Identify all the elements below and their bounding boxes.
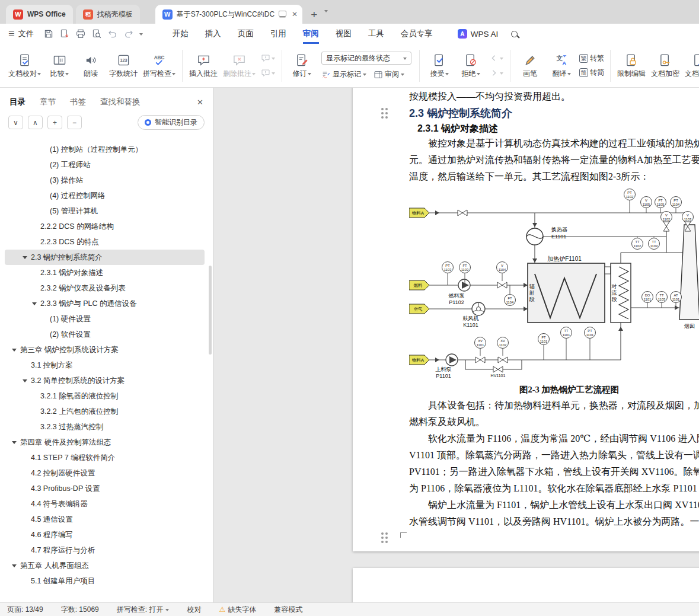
export-pdf-icon[interactable] (59, 28, 70, 39)
translate-button[interactable]: 文A翻译 (547, 51, 576, 80)
toc-item[interactable]: 4.7 程序运行与分析 (5, 542, 205, 558)
menu-审阅[interactable]: 审阅 (295, 24, 327, 44)
sidebar-tab-章节[interactable]: 章节 (40, 97, 56, 107)
toc-item[interactable]: (1) 硬件设置 (5, 311, 205, 327)
toc-item[interactable]: 第四章 硬件及控制算法组态 (5, 435, 205, 450)
next-change-button[interactable] (489, 68, 503, 78)
toc-item[interactable]: 2.2.2 DCS 的网络结构 (5, 219, 205, 234)
show-markup-button[interactable]: 显示标记 (321, 69, 366, 79)
toc-item[interactable]: 4.6 程序编写 (5, 527, 205, 542)
toc-item[interactable]: (4) 过程控制网络 (5, 188, 205, 203)
toc-item[interactable]: 3.2.1 除氧器的液位控制 (5, 388, 205, 404)
to-traditional-button[interactable]: 繁转繁 (579, 53, 604, 63)
toc-item[interactable]: 2.3.3 锅炉与 PLC 的通信设备 (5, 296, 205, 311)
new-tab-button[interactable]: + (311, 9, 317, 20)
doc-proofing-button[interactable]: 文档校对 (7, 51, 43, 80)
compare-button[interactable]: 比较 (44, 51, 74, 80)
expand-caret-icon[interactable] (23, 256, 27, 261)
toc-item[interactable]: 4.1 STEP 7 编程软件简介 (5, 450, 205, 465)
toc-item[interactable]: 4.4 符号表编辑器 (5, 496, 205, 512)
tab-list-dropdown-icon[interactable] (324, 6, 328, 17)
sidebar-tab-目录[interactable]: 目录 (9, 97, 25, 107)
toc-item[interactable]: 2.3.2 锅炉仪表及设备列表 (5, 280, 205, 296)
undo-icon[interactable] (107, 28, 118, 39)
read-aloud-button[interactable]: 朗读 (76, 51, 106, 80)
sidebar-scrollbar[interactable] (209, 266, 212, 355)
collapse-all-button[interactable]: ∨ (8, 116, 23, 129)
document-permission-button[interactable]: 文档权限 (683, 51, 699, 80)
wps-ai-button[interactable]: A WPS AI (458, 29, 499, 39)
expand-caret-icon[interactable] (23, 379, 27, 385)
toc-item[interactable]: 4.5 通信设置 (5, 512, 205, 527)
insert-comment-button[interactable]: 插入批注 (187, 51, 219, 80)
proofing-button[interactable]: 校对 (187, 605, 201, 615)
toc-item[interactable]: 3.1 控制方案 (5, 358, 205, 373)
previous-comment-button[interactable] (261, 53, 275, 63)
file-menu-button[interactable]: ☰ 文件 (8, 28, 34, 39)
toc-item[interactable]: 第三章 锅炉控制系统设计方案 (5, 342, 205, 358)
word-count-button[interactable]: 123字数统计 (107, 51, 139, 80)
review-pane-button[interactable]: 审阅 (374, 69, 404, 79)
toc-item[interactable]: 3.2.2 上汽包的液位控制 (5, 404, 205, 419)
toc-item[interactable]: 4.3 Profibus-DP 设置 (5, 481, 205, 496)
menu-开始[interactable]: 开始 (164, 24, 197, 44)
menu-插入[interactable]: 插入 (197, 24, 229, 44)
track-changes-button[interactable]: 修订 (287, 51, 317, 80)
menu-会员专享[interactable]: 会员专享 (392, 24, 441, 44)
save-icon[interactable] (43, 28, 54, 39)
toc-item[interactable]: 第五章 人机界面组态 (5, 558, 205, 573)
page-indicator[interactable]: 页面: 13/49 (7, 605, 43, 615)
encrypt-document-button[interactable]: 文档加密 (649, 51, 681, 80)
toc-item[interactable]: (5) 管理计算机 (5, 203, 205, 219)
next-comment-button[interactable] (261, 68, 275, 78)
promote-button[interactable]: + (47, 116, 62, 129)
toc-item[interactable]: (3) 操作站 (5, 173, 205, 188)
toc-item[interactable]: 3.2.3 过热蒸汽控制 (5, 419, 205, 435)
print-icon[interactable] (75, 28, 86, 39)
expand-caret-icon[interactable] (12, 564, 17, 570)
ink-pen-button[interactable]: 画笔 (515, 51, 545, 80)
delete-comment-button[interactable]: 删除批注 (221, 51, 257, 80)
spell-check-button[interactable]: ABC拼写检查 (141, 51, 177, 80)
paragraph-drag-handle[interactable] (381, 108, 384, 110)
toc-item[interactable]: 2.3.1 锅炉对象描述 (5, 265, 205, 280)
spellcheck-status[interactable]: 拼写检查: 打开 (117, 605, 170, 615)
paragraph-drag-handle[interactable] (381, 532, 384, 535)
accept-change-button[interactable]: 接受 (424, 51, 454, 80)
search-button[interactable] (511, 31, 518, 37)
redo-icon[interactable] (123, 28, 134, 39)
toc-item[interactable]: 5.1 创建单用户项目 (5, 573, 205, 589)
sidebar-tab-查找和替换[interactable]: 查找和替换 (100, 97, 141, 107)
toc-item[interactable]: (2) 工程师站 (5, 157, 205, 173)
toc-item[interactable]: 2.2.3 DCS 的特点 (5, 234, 205, 250)
to-simplified-button[interactable]: 简转简 (579, 68, 604, 78)
close-pane-icon[interactable]: ✕ (197, 98, 203, 107)
missing-font-warning[interactable]: ⚠ 缺失字体 (219, 605, 256, 615)
smart-toc-button[interactable]: 智能识别目录 (138, 115, 205, 130)
sidebar-tab-书签[interactable]: 书签 (70, 97, 86, 107)
menu-视图[interactable]: 视图 (327, 24, 360, 44)
menu-页面[interactable]: 页面 (229, 24, 262, 44)
toc-item[interactable]: 4.2 控制器硬件设置 (5, 465, 205, 481)
toc-item[interactable]: 2.3 锅炉控制系统简介 (5, 250, 205, 265)
restrict-editing-button[interactable]: 限制编辑 (615, 51, 647, 80)
previous-change-button[interactable] (489, 53, 503, 63)
reject-change-button[interactable]: 拒绝 (456, 51, 486, 80)
expand-caret-icon[interactable] (12, 349, 17, 354)
close-tab-icon[interactable]: ✕ (292, 10, 298, 18)
expand-caret-icon[interactable] (12, 441, 17, 446)
markup-state-combobox[interactable]: 显示标记的最终状态 (321, 52, 411, 65)
pinned-template-tab[interactable]: 稻 找稿壳模板 (76, 5, 140, 24)
menu-引用[interactable]: 引用 (262, 24, 295, 44)
toc-item[interactable]: 3.2 简单控制系统的设计方案 (5, 373, 205, 388)
demote-button[interactable]: − (67, 116, 82, 129)
print-preview-icon[interactable] (91, 28, 102, 39)
document-tab[interactable]: W 基于S7-300PLC与WinCC的DC ✕ (155, 5, 302, 24)
word-count-indicator[interactable]: 字数: 15069 (61, 605, 99, 615)
expand-caret-icon[interactable] (32, 302, 37, 308)
menu-工具[interactable]: 工具 (360, 24, 392, 44)
expand-all-button[interactable]: ∧ (28, 116, 43, 129)
toc-item[interactable]: (2) 软件设置 (5, 327, 205, 342)
toc-item[interactable]: (1) 控制站（过程控制单元） (5, 142, 205, 157)
redo-dropdown-icon[interactable] (139, 33, 143, 37)
